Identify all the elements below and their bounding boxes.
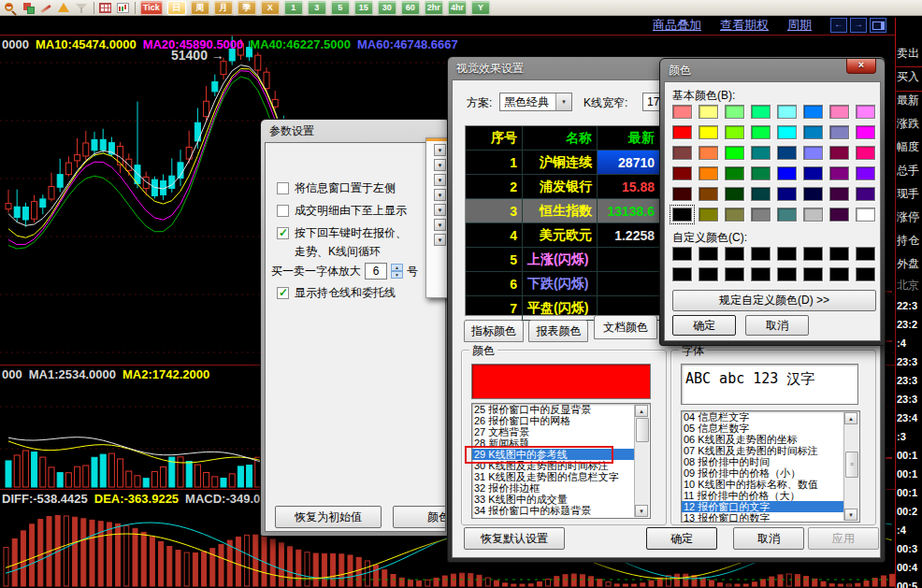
period-5min-button[interactable]: 5	[331, 1, 350, 15]
custom-color-swatch[interactable]	[672, 267, 692, 281]
basic-color-swatch[interactable]	[777, 125, 797, 139]
basic-color-swatch[interactable]	[856, 146, 875, 160]
font-list-item[interactable]: 13 报价窗口的数字	[682, 512, 844, 523]
basic-color-swatch[interactable]	[725, 125, 744, 139]
period-4hr-button[interactable]: 4hr	[448, 1, 467, 15]
spinner-down-icon[interactable]: ▼	[391, 271, 403, 279]
basic-color-swatch[interactable]	[856, 187, 875, 201]
tab-indicator-colors[interactable]: 指标颜色	[464, 320, 524, 342]
basic-color-swatch[interactable]	[829, 125, 849, 139]
define-custom-colors-button[interactable]: 规定自定义颜色(D) >>	[672, 290, 876, 311]
dropdown-arrow-icon[interactable]: ▼	[434, 144, 446, 156]
basic-color-swatch[interactable]	[777, 187, 797, 201]
draw-pencil-icon[interactable]	[40, 2, 53, 14]
back-arrow-icon[interactable]: ←	[830, 18, 847, 33]
basic-color-swatch[interactable]	[829, 105, 849, 119]
period-link[interactable]: 周期	[787, 17, 812, 34]
cancel-button[interactable]: 取消	[745, 315, 809, 336]
scroll-thumb[interactable]	[636, 418, 649, 442]
basic-color-swatch[interactable]	[803, 187, 823, 201]
period-year-button[interactable]: Y	[471, 1, 490, 15]
basic-color-swatch[interactable]	[829, 146, 849, 160]
basic-color-swatch[interactable]	[672, 125, 692, 139]
basic-color-swatch[interactable]	[777, 166, 797, 180]
color-list-item[interactable]: 27 文档背景	[472, 426, 635, 437]
custom-color-swatch[interactable]	[803, 267, 823, 281]
chevron-down-icon[interactable]: ▼	[555, 93, 571, 110]
dropdown-arrow-icon[interactable]: ▼	[434, 159, 446, 171]
selected-color-swatch[interactable]	[471, 364, 651, 399]
custom-color-swatch[interactable]	[699, 247, 718, 261]
color-dialog-titlebar[interactable]: 颜色 ×	[660, 59, 885, 81]
chart-icon[interactable]	[117, 2, 130, 14]
basic-color-swatch[interactable]	[777, 146, 797, 160]
commodity-overlay-link[interactable]: 商品叠加	[653, 17, 701, 34]
color-list-item[interactable]: 33 K线图中的成交量	[472, 494, 635, 505]
basic-color-swatch[interactable]	[751, 105, 771, 119]
font-zoom-input[interactable]: 6	[365, 263, 387, 280]
basic-color-swatch[interactable]	[803, 146, 823, 160]
cancel-button[interactable]: 取消	[733, 527, 804, 550]
basic-color-swatch[interactable]	[699, 208, 718, 222]
quote-table-icon[interactable]	[99, 2, 112, 14]
custom-color-swatch[interactable]	[725, 267, 744, 281]
basic-color-swatch[interactable]	[803, 105, 823, 119]
color-list-item[interactable]: 25 报价窗口中的反显背景	[472, 404, 635, 415]
basic-color-swatch[interactable]	[699, 105, 718, 119]
period-tick-button[interactable]: Tick	[140, 1, 163, 15]
basic-color-swatch[interactable]	[856, 105, 875, 119]
font-list-item[interactable]: 10 K线图中的指标名称、数值	[682, 479, 844, 490]
basic-color-swatch[interactable]	[777, 105, 797, 119]
scrollbar[interactable]: ▲ ≡ ▼	[843, 412, 858, 521]
basic-color-swatch[interactable]	[856, 208, 875, 222]
basic-color-swatch[interactable]	[725, 187, 744, 201]
period-day-button[interactable]: 日	[167, 1, 186, 15]
custom-color-swatch[interactable]	[829, 247, 849, 261]
custom-color-swatch[interactable]	[856, 267, 875, 281]
dropdown-arrow-icon[interactable]: ▼	[434, 189, 446, 201]
basic-color-swatch[interactable]	[672, 105, 692, 119]
basic-color-swatch[interactable]	[803, 166, 823, 180]
basic-color-swatch[interactable]	[672, 166, 692, 180]
basic-color-swatch[interactable]	[829, 187, 849, 201]
ok-button[interactable]: 确定	[672, 315, 736, 336]
basic-color-swatch[interactable]	[751, 166, 771, 180]
close-icon[interactable]: ×	[846, 59, 876, 74]
split-view-icon[interactable]	[870, 18, 886, 33]
param-dialog-titlebar[interactable]: 参数设置	[261, 120, 450, 142]
basic-color-swatch[interactable]	[751, 187, 771, 201]
restore-initial-button[interactable]: 恢复为初始值	[275, 506, 382, 528]
basic-color-swatch[interactable]	[672, 208, 692, 222]
restore-default-button[interactable]: 恢复默认设置	[464, 527, 565, 550]
basic-color-swatch[interactable]	[751, 125, 771, 139]
period-week-button[interactable]: 周	[191, 1, 209, 15]
color-list-item[interactable]: 34 报价窗口中的标题背景	[472, 505, 635, 516]
dropdown-arrow-icon[interactable]: ▼	[434, 204, 446, 216]
scroll-thumb[interactable]: ≡	[845, 452, 858, 478]
zoom-out-icon[interactable]	[5, 2, 18, 14]
dropdown-arrow-icon[interactable]: ▼	[434, 234, 446, 246]
basic-color-swatch[interactable]	[725, 105, 744, 119]
basic-color-swatch[interactable]	[672, 187, 692, 201]
basic-color-swatch[interactable]	[751, 146, 771, 160]
period-60min-button[interactable]: 60	[401, 1, 420, 15]
basic-color-swatch[interactable]	[672, 146, 692, 160]
font-list-item[interactable]: 07 K线图及走势图的时间标注	[682, 445, 844, 456]
period-custom-button[interactable]: X	[261, 1, 280, 15]
scroll-up-icon[interactable]: ▲	[844, 412, 857, 424]
basic-color-swatch[interactable]	[829, 208, 849, 222]
custom-color-swatch[interactable]	[751, 247, 771, 261]
copy-blocks-icon[interactable]	[22, 2, 36, 14]
period-3min-button[interactable]: 3	[308, 1, 326, 15]
font-list-item[interactable]: 08 报价排中的时间	[682, 456, 844, 467]
basic-color-swatch[interactable]	[699, 125, 718, 139]
forward-arrow-icon[interactable]: →	[850, 18, 867, 33]
font-list-item[interactable]: 06 K线图及走势图的坐标	[682, 434, 844, 445]
color-list-item[interactable]: 32 报价排边框	[472, 482, 635, 494]
custom-color-swatch[interactable]	[777, 267, 797, 281]
custom-color-swatch[interactable]	[672, 247, 692, 261]
checkbox-detail-bottomup[interactable]	[277, 205, 289, 217]
basic-color-swatch[interactable]	[725, 208, 744, 222]
period-15min-button[interactable]: 15	[354, 1, 373, 15]
scheme-select[interactable]: 黑色经典 ▼	[499, 93, 572, 111]
